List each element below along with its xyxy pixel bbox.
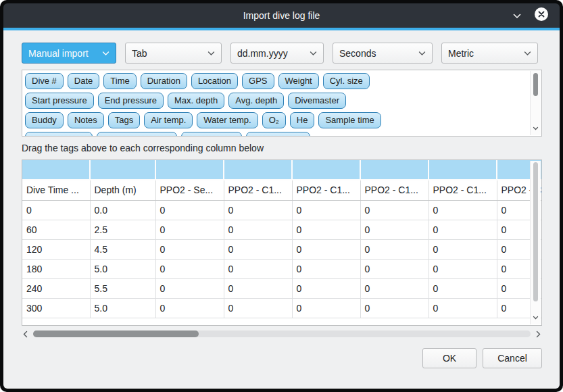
table-cell: 0 [429, 239, 497, 259]
window-close-button[interactable] [534, 3, 549, 28]
instruction-text: Drag the tags above to each correspondin… [22, 143, 542, 153]
tag-sample-pressure[interactable]: Sample pressure [97, 132, 176, 137]
table-row: 602.5000000 [22, 220, 542, 239]
tag-notes[interactable]: Notes [68, 112, 104, 128]
table-cell: 0 [429, 298, 497, 318]
table-cell: 0 [429, 259, 497, 278]
column-header: PPO2 - C1... [224, 180, 292, 200]
vertical-scrollbar-thumb[interactable] [533, 73, 538, 96]
table-cell: 0 [360, 278, 429, 298]
import-preview-table-area: Dive Time ...Depth (m)PPO2 - Se...PPO2 -… [22, 160, 542, 326]
column-header: PPO2 - C1... [429, 180, 497, 200]
table-cell: 0 [224, 220, 292, 239]
dropzone-cell[interactable] [22, 160, 90, 180]
tag-weight[interactable]: Weight [278, 73, 319, 89]
table-cell: 180 [22, 259, 90, 278]
table-row: 1204.5000000 [22, 239, 542, 259]
ok-button[interactable]: OK [422, 348, 476, 368]
date-format-combo[interactable]: dd.mm.yyyy [230, 43, 324, 64]
tag-dive[interactable]: Dive # [25, 73, 64, 89]
table-row: 1805.0000000 [22, 259, 542, 278]
chevron-down-icon [524, 51, 531, 56]
combo-value: Seconds [339, 48, 414, 59]
units-combo[interactable]: Metric [441, 43, 538, 64]
table-row: 00.0000000 [22, 200, 542, 220]
tag-o[interactable]: O₂ [262, 112, 286, 128]
horizontal-scrollbar-thumb[interactable] [33, 330, 199, 337]
dropzone-cell[interactable] [360, 160, 429, 180]
tag-divemaster[interactable]: Divemaster [288, 93, 346, 109]
chevron-down-icon [418, 51, 426, 56]
scroll-left-button[interactable] [23, 329, 28, 339]
dropzone-cell[interactable] [292, 160, 360, 180]
table-cell: 5.0 [90, 298, 155, 318]
chevron-down-icon [512, 9, 522, 22]
table-cell: 0 [292, 239, 360, 259]
table-cell: 0 [429, 278, 497, 298]
table-horizontal-scrollbar[interactable] [22, 329, 542, 339]
tag-water-temp[interactable]: Water temp. [197, 112, 258, 128]
table-cell: 5.0 [90, 259, 155, 278]
table-cell: 300 [22, 298, 90, 318]
tag-time[interactable]: Time [103, 73, 136, 89]
duration-format-combo[interactable]: Seconds [333, 43, 433, 64]
tag-location[interactable]: Location [191, 73, 238, 89]
column-header: PPO2 - Se... [155, 180, 224, 200]
table-cell: 0 [155, 298, 224, 318]
table-cell: 0 [224, 298, 292, 318]
tag-duration[interactable]: Duration [141, 73, 187, 89]
tag-avg-depth[interactable]: Avg. depth [228, 93, 284, 109]
tag-pool-vertical-scrollbar[interactable] [530, 71, 541, 135]
tag-sample-po[interactable]: Sample pO₂ [181, 132, 242, 137]
scroll-down-button[interactable] [531, 311, 541, 323]
combo-value: Metric [448, 48, 520, 59]
table-body: 00.0000000602.50000001204.50000001805.00… [22, 200, 542, 318]
window-shade-button[interactable] [512, 3, 522, 28]
tag-sample-time[interactable]: Sample time [318, 112, 381, 128]
chevron-down-icon [310, 51, 317, 56]
table-cell: 0 [360, 239, 429, 259]
tag-buddy[interactable]: Buddy [25, 112, 64, 128]
table-cell: 0 [155, 239, 224, 259]
cancel-button[interactable]: Cancel [483, 348, 542, 368]
tag-cyl-size[interactable]: Cyl. size [323, 73, 370, 89]
tag-sample-depth[interactable]: Sample depth [25, 132, 93, 137]
tag-air-temp[interactable]: Air temp. [144, 112, 193, 128]
scroll-right-button[interactable] [536, 329, 541, 339]
dropzone-cell[interactable] [429, 160, 497, 180]
tag-sample-cns[interactable]: Sample CNS [246, 132, 310, 137]
dropzone-cell[interactable] [90, 160, 155, 180]
tag-max-depth[interactable]: Max. depth [168, 93, 224, 109]
tag-start-pressure[interactable]: Start pressure [25, 93, 94, 109]
table-cell: 0 [155, 278, 224, 298]
column-header: PPO2 - C1... [360, 180, 429, 200]
table-cell: 0 [360, 200, 429, 220]
table-cell: 0 [155, 200, 224, 220]
tag-date[interactable]: Date [68, 73, 99, 89]
scroll-down-button[interactable] [531, 122, 541, 134]
titlebar: Import dive log file [3, 3, 560, 28]
dropzone-cell[interactable] [155, 160, 224, 180]
combo-value: Tab [132, 48, 203, 59]
column-header: Depth (m) [90, 180, 155, 200]
horizontal-scrollbar-track[interactable] [33, 330, 531, 337]
tag-tags[interactable]: Tags [108, 112, 140, 128]
table-cell: 0 [429, 220, 497, 239]
import-type-combo[interactable]: Manual import [22, 43, 116, 64]
vertical-scrollbar-thumb[interactable] [533, 162, 538, 301]
combo-value: dd.mm.yyyy [237, 48, 305, 59]
field-separator-combo[interactable]: Tab [125, 43, 222, 64]
tag-end-pressure[interactable]: End pressure [98, 93, 164, 109]
column-header: PPO2 - C1... [292, 180, 360, 200]
tag-gps[interactable]: GPS [242, 73, 274, 89]
tag-he[interactable]: He [290, 112, 315, 128]
table-cell: 0 [292, 220, 360, 239]
import-dialog-window: Import dive log file Manual import Tab d… [0, 0, 563, 392]
table-cell: 0 [224, 278, 292, 298]
table-cell: 240 [22, 278, 90, 298]
table-cell: 0 [360, 220, 429, 239]
dropzone-cell[interactable] [224, 160, 292, 180]
tag-row: Sample depthSample pressureSample pO₂Sam… [25, 132, 527, 137]
table-vertical-scrollbar[interactable] [530, 161, 541, 324]
table-cell: 5.5 [90, 278, 155, 298]
